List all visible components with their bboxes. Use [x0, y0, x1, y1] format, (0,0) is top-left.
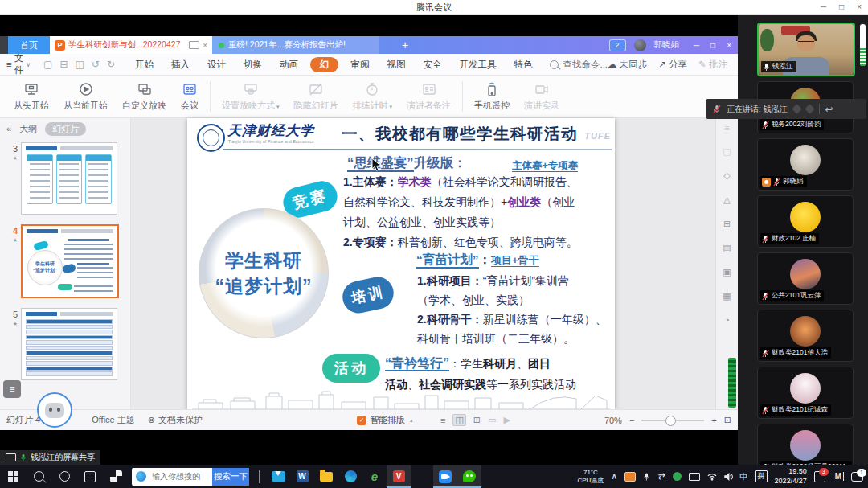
account-name[interactable]: 郭晓娟 — [654, 39, 680, 51]
collapse-panel-icon[interactable]: « — [6, 124, 11, 133]
wps-assistant-button[interactable] — [37, 392, 72, 428]
taskbar-search-icon[interactable] — [26, 465, 51, 488]
wps-app-icon[interactable]: V — [387, 465, 411, 488]
rehearse-timing-button[interactable]: 排练计时▾ — [346, 81, 400, 112]
network-swap-icon[interactable]: ⇄ — [657, 471, 665, 482]
slide-thumb-4-selected[interactable]: 4 ★ 学生科研“追梦计划” — [3, 224, 127, 298]
rail-icon-settings[interactable]: ▤ — [723, 243, 731, 253]
zoom-in-icon[interactable]: + — [711, 416, 716, 425]
ribbon-tab-design[interactable]: 设计 — [199, 59, 235, 71]
meeting-button[interactable]: 会议 — [174, 81, 206, 112]
print-icon[interactable]: ⊟ — [59, 59, 68, 70]
wps-minimize-button[interactable]: ─ — [694, 41, 699, 50]
edge-browser-icon[interactable] — [338, 465, 362, 488]
message-count-badge[interactable]: 2 — [609, 39, 626, 51]
protection-status[interactable]: ⊗ 文档未保护 — [148, 414, 203, 426]
zoom-out-icon[interactable]: − — [629, 416, 634, 425]
ribbon-tab-start[interactable]: 开始 — [126, 59, 162, 71]
speaker-icon[interactable] — [724, 473, 733, 481]
new-tab-button[interactable]: + — [402, 36, 408, 54]
thumbnail-preview[interactable] — [21, 142, 117, 215]
play-from-start-button[interactable]: 从头开始 — [6, 81, 56, 112]
play-from-current-button[interactable]: 从当前开始 — [56, 81, 115, 112]
thumbnail-preview[interactable]: 学生科研“追梦计划” — [21, 224, 119, 298]
participant-tile[interactable]: 公共2101巩云萍 — [757, 252, 854, 305]
tab-document-active[interactable]: P 学生科研创新与创...20220427 × — [50, 36, 212, 54]
taskbar-search-box[interactable]: 搜索一下 — [132, 468, 249, 486]
maximize-button[interactable]: □ — [839, 0, 844, 14]
ribbon-tab-animation[interactable]: 动画 — [271, 59, 307, 71]
tab-close-icon[interactable]: × — [203, 41, 207, 50]
screen-share-indicator-icon[interactable] — [624, 472, 636, 482]
notification-stack-icon[interactable]: 3 — [814, 471, 825, 482]
ime-mode-indicator[interactable]: 拼 — [755, 470, 768, 482]
pinwheel-app-icon[interactable] — [103, 465, 129, 488]
tab-other-document[interactable]: 重磅! 2021年...赛分析报告出炉! — [212, 36, 379, 54]
comment-button[interactable]: ✎ 批注 — [698, 59, 727, 71]
rail-icon-clock[interactable]: ◔ — [724, 315, 730, 325]
zoom-level[interactable]: 70% — [604, 416, 622, 425]
mail-app-icon[interactable] — [266, 465, 290, 488]
save-icon[interactable]: ▢ — [43, 59, 52, 70]
thumbnail-preview[interactable] — [21, 308, 117, 380]
rail-handle-icon[interactable]: ≡ — [724, 123, 729, 133]
participant-tile[interactable]: 郭晓娟 — [757, 138, 854, 191]
ribbon-tab-security[interactable]: 安全 — [414, 59, 450, 71]
participant-tile-speaking[interactable]: 钱泓江 — [757, 23, 855, 76]
participant-tile[interactable]: 财政类2101纪诚森 — [757, 367, 854, 419]
custom-show-button[interactable]: 自定义放映 — [115, 81, 174, 112]
monitor-app-icon[interactable]: M — [833, 472, 844, 481]
tab-home[interactable]: 首页 — [8, 36, 50, 54]
sync-app-icon[interactable] — [673, 472, 682, 481]
cpu-temperature[interactable]: 71°C CPU温度 — [577, 469, 604, 485]
file-menu-button[interactable]: ≡ 文件 ∨ — [6, 52, 31, 76]
participant-tile[interactable]: 财政类2102杨丽丹20211… — [757, 424, 854, 465]
close-button[interactable]: × — [857, 0, 862, 14]
ribbon-tab-devtools[interactable]: 开发工具 — [450, 59, 505, 71]
tray-expand-icon[interactable]: ∧ — [611, 471, 617, 482]
normal-view-icon[interactable]: ◫ — [452, 414, 465, 426]
slide-thumb-3[interactable]: 3 ★ — [3, 142, 127, 215]
panel-list-icon[interactable]: ≡ — [3, 380, 21, 398]
wechat-app-icon[interactable] — [457, 465, 481, 488]
undo-icon[interactable]: ↺ — [92, 59, 100, 70]
rail-icon-media[interactable]: ▣ — [723, 267, 731, 277]
reading-view-icon[interactable]: ▭ — [488, 415, 496, 425]
rail-icon-box[interactable]: ▢ — [723, 146, 731, 157]
ribbon-tab-view[interactable]: 视图 — [378, 59, 414, 71]
rail-icon-pyramid[interactable]: △ — [723, 195, 730, 205]
wps-restore-button[interactable]: □ — [710, 41, 715, 50]
cortana-icon[interactable] — [51, 465, 77, 488]
theme-name[interactable]: Office 主题 — [92, 414, 135, 426]
start-button[interactable] — [0, 465, 26, 488]
ribbon-tab-review[interactable]: 审阅 — [342, 59, 378, 71]
word-app-icon[interactable]: W — [290, 465, 314, 488]
phone-remote-button[interactable]: 手机遥控 — [467, 81, 517, 112]
share-button[interactable]: ↗ 分享 — [658, 59, 687, 71]
taskbar-clock[interactable]: 19:50 2022/4/27 — [775, 467, 807, 486]
tray-mic-icon[interactable] — [643, 472, 650, 482]
ime-language-indicator[interactable]: 中 — [740, 471, 748, 482]
reply-arrow-icon[interactable]: ↩ — [825, 104, 833, 115]
sorter-view-icon[interactable]: ⊞ — [473, 415, 481, 425]
task-view-icon[interactable] — [77, 465, 103, 488]
tab-slides-active[interactable]: 幻灯片 — [45, 122, 86, 136]
file-explorer-icon[interactable] — [314, 465, 338, 488]
tab-outline[interactable]: 大纲 — [19, 123, 37, 135]
zoom-slider-knob[interactable] — [665, 416, 676, 426]
find-command-button[interactable]: 查找命令... — [550, 59, 608, 71]
ribbon-tab-transition[interactable]: 切换 — [235, 59, 271, 71]
search-go-button[interactable]: 搜索一下 — [212, 468, 249, 486]
taskbar-search-input[interactable] — [150, 471, 212, 482]
sidebar-scrollbar[interactable] — [860, 24, 866, 66]
lecture-record-button[interactable]: 演讲实录 — [517, 81, 567, 112]
hide-slide-button[interactable]: 隐藏幻灯片 — [287, 81, 346, 112]
ribbon-tab-slideshow-active[interactable]: 幻灯片放映 — [310, 57, 339, 72]
rail-icon-image[interactable]: ▦ — [723, 291, 731, 301]
preview-icon[interactable]: ◫ — [75, 59, 84, 70]
slide-thumb-5[interactable]: 5 ★ — [3, 308, 127, 380]
fit-slide-icon[interactable]: ⊡ — [724, 415, 731, 425]
wifi-icon[interactable] — [707, 473, 717, 481]
participant-tile[interactable]: 财政类2101傅大浩 — [757, 310, 854, 362]
rail-icon-grid[interactable]: ⊞ — [723, 219, 731, 229]
